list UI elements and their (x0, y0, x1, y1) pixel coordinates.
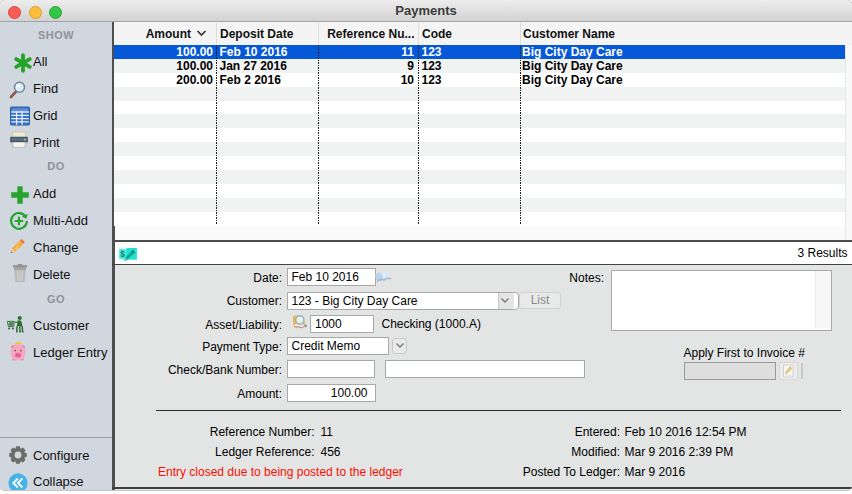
svg-text:$: $ (120, 249, 125, 259)
